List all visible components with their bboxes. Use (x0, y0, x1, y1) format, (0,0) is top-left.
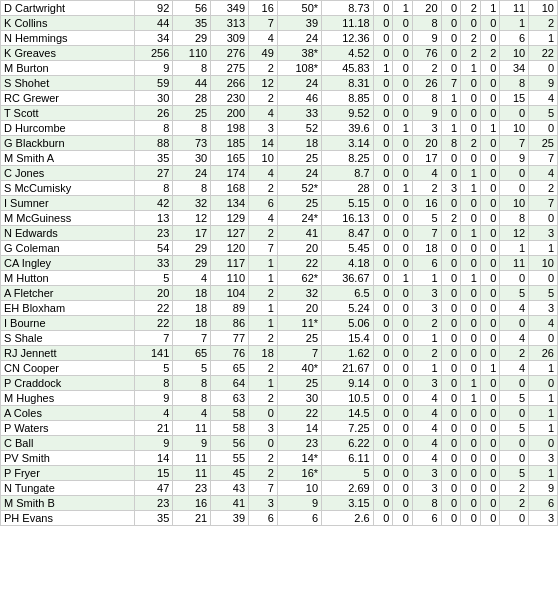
stat-cell: 0 (441, 376, 461, 391)
stat-cell: 8 (135, 121, 173, 136)
stat-cell: 0 (393, 196, 413, 211)
stat-cell: 5.45 (322, 241, 374, 256)
stat-cell: 0 (373, 151, 393, 166)
stat-cell: 52 (277, 121, 321, 136)
stat-cell: 349 (211, 1, 249, 16)
stat-cell: 45.83 (322, 61, 374, 76)
table-row: A Fletcher20181042326.500300055 (1, 286, 558, 301)
table-row: S McCumisky88168252*2801231002 (1, 181, 558, 196)
stat-cell: 39 (211, 511, 249, 526)
stat-cell: 7 (249, 16, 278, 31)
stat-cell: 141 (135, 346, 173, 361)
table-row: P Fryer151145216*500300051 (1, 466, 558, 481)
stat-cell: 1 (249, 271, 278, 286)
stat-cell: 5 (500, 466, 529, 481)
stat-cell: 20 (277, 241, 321, 256)
stat-cell: 5.15 (322, 196, 374, 211)
stat-cell: 3 (412, 481, 441, 496)
stat-cell: 56 (211, 436, 249, 451)
stat-cell: 2 (249, 286, 278, 301)
stat-cell: 2 (500, 346, 529, 361)
stat-cell: 1 (500, 241, 529, 256)
stat-cell: 0 (373, 181, 393, 196)
stat-cell: 58 (211, 421, 249, 436)
stat-cell: 30 (277, 391, 321, 406)
stat-cell: 50* (277, 1, 321, 16)
stat-cell: 0 (441, 286, 461, 301)
stat-cell: 8 (173, 121, 211, 136)
table-row: S Shohet594426612248.31002670089 (1, 76, 558, 91)
stat-cell: 30 (173, 151, 211, 166)
stat-cell: 1 (249, 256, 278, 271)
player-name: C Ball (1, 436, 135, 451)
stat-cell: 7 (173, 331, 211, 346)
stat-cell: 16 (412, 196, 441, 211)
stat-cell: 0 (441, 31, 461, 46)
stat-cell: 7 (529, 151, 558, 166)
player-name: A Coles (1, 406, 135, 421)
stat-cell: 1 (529, 406, 558, 421)
player-name: T Scott (1, 106, 135, 121)
stat-cell: 0 (480, 136, 500, 151)
player-name: M Smith A (1, 151, 135, 166)
stat-cell: 0 (393, 256, 413, 271)
stat-cell: 0 (373, 241, 393, 256)
stat-cell: 4 (412, 421, 441, 436)
stat-cell: 0 (441, 361, 461, 376)
stat-cell: 0 (393, 436, 413, 451)
stat-cell: 1 (249, 301, 278, 316)
stat-cell: 0 (480, 346, 500, 361)
stat-cell: 23 (173, 481, 211, 496)
stat-cell: 22 (135, 316, 173, 331)
stat-cell: 12 (500, 226, 529, 241)
stat-cell: 313 (211, 16, 249, 31)
stat-cell: 4 (412, 451, 441, 466)
stat-cell: 0 (373, 301, 393, 316)
player-name: K Collins (1, 16, 135, 31)
stat-cell: 16 (173, 496, 211, 511)
stat-cell: 0 (480, 451, 500, 466)
stat-cell: 28 (173, 91, 211, 106)
stat-cell: 0 (529, 376, 558, 391)
stat-cell: 8 (441, 136, 461, 151)
stat-cell: 33 (277, 106, 321, 121)
stat-cell: 2 (249, 91, 278, 106)
stat-cell: 6.5 (322, 286, 374, 301)
stat-cell: 2 (441, 211, 461, 226)
stat-cell: 7 (277, 346, 321, 361)
stat-cell: 0 (373, 31, 393, 46)
stat-cell: 10 (249, 151, 278, 166)
stat-cell: 0 (480, 511, 500, 526)
stat-cell: 3 (441, 181, 461, 196)
stat-cell: 76 (211, 346, 249, 361)
stat-cell: 266 (211, 76, 249, 91)
stat-cell: 276 (211, 46, 249, 61)
stat-cell: 0 (480, 226, 500, 241)
stat-cell: 4 (500, 301, 529, 316)
stat-cell: 0 (480, 316, 500, 331)
stat-cell: 0 (373, 196, 393, 211)
stat-cell: 8 (412, 496, 441, 511)
stat-cell: 7 (135, 331, 173, 346)
stat-cell: 0 (461, 76, 481, 91)
player-name: S Shohet (1, 76, 135, 91)
stat-cell: 0 (441, 1, 461, 16)
stat-cell: 8.7 (322, 166, 374, 181)
stat-cell: 15 (500, 91, 529, 106)
stat-cell: 12 (173, 211, 211, 226)
stat-cell: 17 (173, 226, 211, 241)
stat-cell: 5 (135, 361, 173, 376)
stat-cell: 89 (211, 301, 249, 316)
stat-cell: 2.69 (322, 481, 374, 496)
stat-cell: 0 (500, 106, 529, 121)
stat-cell: 2.6 (322, 511, 374, 526)
stat-cell: 8 (412, 91, 441, 106)
stat-cell: 10 (500, 121, 529, 136)
stat-cell: 0 (373, 1, 393, 16)
stat-cell: 20 (135, 286, 173, 301)
stat-cell: 120 (211, 241, 249, 256)
stat-cell: 2 (249, 226, 278, 241)
stat-cell: 1 (461, 181, 481, 196)
table-row: N Tungate4723437102.6900300029 (1, 481, 558, 496)
table-row: K Greaves2561102764938*4.5200760221022 (1, 46, 558, 61)
